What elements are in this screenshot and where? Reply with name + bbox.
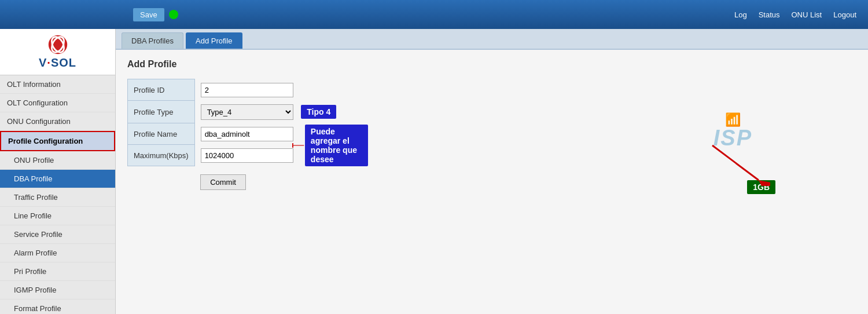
content-area: Add Profile Profile ID Profile Type <box>116 50 868 273</box>
commit-spacer <box>128 166 195 193</box>
page-title: Add Profile <box>127 59 856 70</box>
profile-id-input[interactable] <box>201 83 293 97</box>
main-content: DBA Profiles Add Profile Add Profile Pro… <box>116 29 868 314</box>
content-wrapper: Profile ID Profile Type Type_1 Type_2 Ty… <box>127 79 856 264</box>
vsol-logo: V·SOL <box>39 34 76 70</box>
save-button[interactable]: Save <box>133 8 164 21</box>
profile-type-select[interactable]: Type_1 Type_2 Type_3 Type_4 Type_5 <box>201 104 293 120</box>
gb-annotation: 1GB <box>747 180 775 194</box>
sidebar-item-onu-configuration[interactable]: ONU Configuration <box>0 112 115 131</box>
sidebar-item-olt-information[interactable]: OLT Information <box>0 75 115 94</box>
maximum-kbps-cell <box>194 145 343 166</box>
maximum-kbps-row: Maximum(Kbps) <box>128 145 343 166</box>
sidebar-item-onu-profile[interactable]: ONU Profile <box>0 151 115 170</box>
onu-list-link[interactable]: ONU List <box>792 10 822 19</box>
sidebar-item-pri-profile[interactable]: Pri Profile <box>0 262 115 281</box>
wifi-icon: 📶 <box>713 114 752 126</box>
tab-bar: DBA Profiles Add Profile <box>116 29 868 50</box>
profile-name-cell: Puede agregar el nombre que desee <box>194 123 343 145</box>
profile-id-label: Profile ID <box>128 79 195 101</box>
diagonal-arrow-icon <box>701 140 770 186</box>
profile-id-cell <box>194 79 343 101</box>
sidebar-item-profile-configuration[interactable]: Profile Configuration <box>0 131 115 151</box>
svg-line-6 <box>712 145 759 180</box>
commit-button[interactable]: Commit <box>200 174 246 190</box>
commit-row: Commit <box>128 166 343 193</box>
profile-name-input[interactable] <box>201 127 293 141</box>
profile-id-row: Profile ID <box>128 79 343 101</box>
tab-add-profile[interactable]: Add Profile <box>186 32 242 49</box>
profile-name-row: Profile Name <box>128 123 343 145</box>
sidebar: V·SOL OLT Information OLT Configuration … <box>0 29 116 314</box>
sidebar-item-alarm-profile[interactable]: Alarm Profile <box>0 244 115 262</box>
maximum-kbps-label: Maximum(Kbps) <box>128 145 195 166</box>
profile-type-row: Profile Type Type_1 Type_2 Type_3 Type_4… <box>128 101 343 123</box>
profile-type-label: Profile Type <box>128 101 195 123</box>
profile-name-label: Profile Name <box>128 123 195 145</box>
log-link[interactable]: Log <box>734 10 747 19</box>
sidebar-item-olt-configuration[interactable]: OLT Configuration <box>0 94 115 112</box>
profile-type-cell: Type_1 Type_2 Type_3 Type_4 Type_5 Tipo … <box>194 101 343 123</box>
sidebar-item-dba-profile[interactable]: DBA Profile <box>0 170 115 188</box>
maximum-kbps-input[interactable] <box>201 148 293 163</box>
logout-link[interactable]: Logout <box>833 10 856 19</box>
logo-area: V·SOL <box>0 29 115 75</box>
vsol-brand-text: V·SOL <box>39 56 76 70</box>
sidebar-item-line-profile[interactable]: Line Profile <box>0 207 115 225</box>
sidebar-item-service-profile[interactable]: Service Profile <box>0 225 115 244</box>
add-profile-form: Profile ID Profile Type Type_1 Type_2 Ty… <box>127 79 343 193</box>
top-header: Save Log Status ONU List Logout <box>0 0 868 29</box>
vsol-emblem-icon <box>47 34 68 55</box>
main-layout: V·SOL OLT Information OLT Configuration … <box>0 29 868 314</box>
sidebar-item-format-profile[interactable]: Format Profile <box>0 300 115 314</box>
status-link[interactable]: Status <box>759 10 780 19</box>
status-indicator <box>169 10 178 19</box>
save-section: Save <box>133 8 178 21</box>
sidebar-item-traffic-profile[interactable]: Traffic Profile <box>0 188 115 207</box>
tab-dba-profiles[interactable]: DBA Profiles <box>122 32 183 49</box>
commit-cell: Commit <box>194 166 343 193</box>
tipo4-callout: Tipo 4 <box>301 105 336 119</box>
sidebar-item-igmp-profile[interactable]: IGMP Profile <box>0 281 115 300</box>
